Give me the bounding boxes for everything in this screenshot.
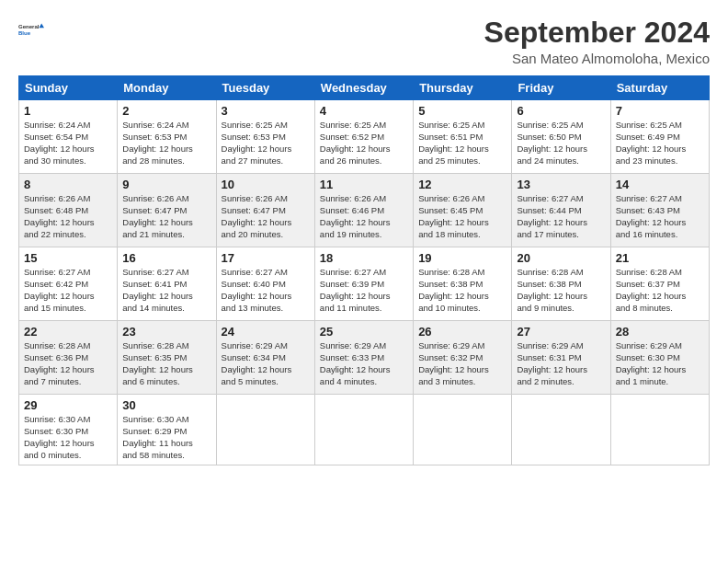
calendar-cell: 19Sunrise: 6:28 AM Sunset: 6:38 PM Dayli… — [414, 247, 512, 321]
cell-content: Sunrise: 6:29 AM Sunset: 6:34 PM Dayligh… — [222, 340, 310, 387]
logo: GeneralBlue — [18, 17, 44, 42]
day-number: 16 — [122, 251, 210, 265]
calendar-cell: 21Sunrise: 6:28 AM Sunset: 6:37 PM Dayli… — [610, 247, 709, 321]
calendar-week-2: 8Sunrise: 6:26 AM Sunset: 6:48 PM Daylig… — [19, 174, 710, 247]
calendar-cell — [610, 395, 709, 465]
day-number: 27 — [517, 325, 605, 339]
column-header-tuesday: Tuesday — [216, 76, 314, 100]
day-number: 28 — [616, 325, 704, 339]
day-number: 15 — [24, 251, 112, 265]
calendar-cell: 2Sunrise: 6:24 AM Sunset: 6:53 PM Daylig… — [118, 100, 216, 174]
calendar-cell: 7Sunrise: 6:25 AM Sunset: 6:49 PM Daylig… — [610, 100, 709, 174]
calendar-cell — [314, 395, 413, 465]
calendar-header-row: SundayMondayTuesdayWednesdayThursdayFrid… — [19, 76, 710, 100]
calendar-body: 1Sunrise: 6:24 AM Sunset: 6:54 PM Daylig… — [19, 100, 710, 465]
cell-content: Sunrise: 6:28 AM Sunset: 6:37 PM Dayligh… — [616, 267, 704, 314]
calendar-week-1: 1Sunrise: 6:24 AM Sunset: 6:54 PM Daylig… — [19, 100, 710, 174]
day-number: 25 — [320, 325, 408, 339]
calendar-cell: 12Sunrise: 6:26 AM Sunset: 6:45 PM Dayli… — [414, 174, 512, 247]
calendar-cell — [216, 395, 314, 465]
calendar-cell: 9Sunrise: 6:26 AM Sunset: 6:47 PM Daylig… — [118, 174, 216, 247]
title-block: September 2024 San Mateo Almomoloha, Mex… — [484, 17, 710, 66]
cell-content: Sunrise: 6:28 AM Sunset: 6:36 PM Dayligh… — [24, 340, 112, 387]
cell-content: Sunrise: 6:25 AM Sunset: 6:53 PM Dayligh… — [222, 120, 310, 167]
day-number: 20 — [517, 251, 605, 265]
calendar-cell — [512, 395, 610, 465]
day-number: 14 — [616, 178, 704, 191]
cell-content: Sunrise: 6:27 AM Sunset: 6:43 PM Dayligh… — [616, 193, 704, 240]
column-header-sunday: Sunday — [19, 76, 118, 100]
day-number: 6 — [517, 104, 605, 118]
calendar-week-4: 22Sunrise: 6:28 AM Sunset: 6:36 PM Dayli… — [19, 321, 710, 395]
day-number: 2 — [122, 104, 210, 118]
cell-content: Sunrise: 6:26 AM Sunset: 6:47 PM Dayligh… — [222, 193, 310, 240]
calendar-cell: 8Sunrise: 6:26 AM Sunset: 6:48 PM Daylig… — [19, 174, 118, 247]
cell-content: Sunrise: 6:26 AM Sunset: 6:47 PM Dayligh… — [122, 193, 210, 240]
calendar-table: SundayMondayTuesdayWednesdayThursdayFrid… — [18, 75, 710, 465]
calendar-cell: 26Sunrise: 6:29 AM Sunset: 6:32 PM Dayli… — [414, 321, 512, 395]
column-header-saturday: Saturday — [610, 76, 709, 100]
calendar-cell: 20Sunrise: 6:28 AM Sunset: 6:38 PM Dayli… — [512, 247, 610, 321]
cell-content: Sunrise: 6:27 AM Sunset: 6:41 PM Dayligh… — [122, 267, 210, 314]
calendar-cell: 4Sunrise: 6:25 AM Sunset: 6:52 PM Daylig… — [314, 100, 413, 174]
svg-marker-2 — [39, 23, 44, 28]
calendar-cell: 22Sunrise: 6:28 AM Sunset: 6:36 PM Dayli… — [19, 321, 118, 395]
day-number: 21 — [616, 251, 704, 265]
calendar-cell: 30Sunrise: 6:30 AM Sunset: 6:29 PM Dayli… — [118, 395, 216, 465]
cell-content: Sunrise: 6:29 AM Sunset: 6:32 PM Dayligh… — [418, 340, 506, 387]
cell-content: Sunrise: 6:28 AM Sunset: 6:38 PM Dayligh… — [418, 267, 506, 314]
cell-content: Sunrise: 6:27 AM Sunset: 6:44 PM Dayligh… — [517, 193, 605, 240]
subtitle: San Mateo Almomoloha, Mexico — [484, 51, 710, 66]
calendar-cell: 14Sunrise: 6:27 AM Sunset: 6:43 PM Dayli… — [610, 174, 709, 247]
calendar-cell: 25Sunrise: 6:29 AM Sunset: 6:33 PM Dayli… — [314, 321, 413, 395]
cell-content: Sunrise: 6:25 AM Sunset: 6:51 PM Dayligh… — [418, 120, 506, 167]
cell-content: Sunrise: 6:26 AM Sunset: 6:46 PM Dayligh… — [320, 193, 408, 240]
calendar-cell — [414, 395, 512, 465]
day-number: 17 — [222, 251, 310, 265]
calendar-week-5: 29Sunrise: 6:30 AM Sunset: 6:30 PM Dayli… — [19, 395, 710, 465]
cell-content: Sunrise: 6:30 AM Sunset: 6:29 PM Dayligh… — [122, 414, 210, 461]
day-number: 30 — [122, 398, 210, 412]
day-number: 7 — [616, 104, 704, 118]
calendar-cell: 17Sunrise: 6:27 AM Sunset: 6:40 PM Dayli… — [216, 247, 314, 321]
day-number: 5 — [418, 104, 506, 118]
day-number: 12 — [418, 178, 506, 191]
cell-content: Sunrise: 6:29 AM Sunset: 6:33 PM Dayligh… — [320, 340, 408, 387]
cell-content: Sunrise: 6:27 AM Sunset: 6:39 PM Dayligh… — [320, 267, 408, 314]
day-number: 9 — [122, 178, 210, 191]
cell-content: Sunrise: 6:25 AM Sunset: 6:49 PM Dayligh… — [616, 120, 704, 167]
calendar-cell: 28Sunrise: 6:29 AM Sunset: 6:30 PM Dayli… — [610, 321, 709, 395]
calendar-cell: 15Sunrise: 6:27 AM Sunset: 6:42 PM Dayli… — [19, 247, 118, 321]
day-number: 18 — [320, 251, 408, 265]
day-number: 22 — [24, 325, 112, 339]
column-header-friday: Friday — [512, 76, 610, 100]
calendar-cell: 5Sunrise: 6:25 AM Sunset: 6:51 PM Daylig… — [414, 100, 512, 174]
page: GeneralBlue September 2024 San Mateo Alm… — [0, 0, 728, 475]
column-header-wednesday: Wednesday — [314, 76, 413, 100]
column-header-thursday: Thursday — [414, 76, 512, 100]
svg-text:Blue: Blue — [18, 30, 31, 36]
day-number: 8 — [24, 178, 112, 191]
cell-content: Sunrise: 6:28 AM Sunset: 6:38 PM Dayligh… — [517, 267, 605, 314]
cell-content: Sunrise: 6:27 AM Sunset: 6:40 PM Dayligh… — [222, 267, 310, 314]
month-title: September 2024 — [484, 17, 710, 49]
cell-content: Sunrise: 6:28 AM Sunset: 6:35 PM Dayligh… — [122, 340, 210, 387]
day-number: 13 — [517, 178, 605, 191]
calendar-cell: 1Sunrise: 6:24 AM Sunset: 6:54 PM Daylig… — [19, 100, 118, 174]
calendar-cell: 6Sunrise: 6:25 AM Sunset: 6:50 PM Daylig… — [512, 100, 610, 174]
calendar-cell: 18Sunrise: 6:27 AM Sunset: 6:39 PM Dayli… — [314, 247, 413, 321]
svg-text:General: General — [18, 24, 40, 29]
day-number: 29 — [24, 398, 112, 412]
logo-icon: GeneralBlue — [18, 17, 44, 42]
day-number: 3 — [222, 104, 310, 118]
day-number: 1 — [24, 104, 112, 118]
calendar-cell: 3Sunrise: 6:25 AM Sunset: 6:53 PM Daylig… — [216, 100, 314, 174]
cell-content: Sunrise: 6:25 AM Sunset: 6:52 PM Dayligh… — [320, 120, 408, 167]
day-number: 10 — [222, 178, 310, 191]
calendar-cell: 29Sunrise: 6:30 AM Sunset: 6:30 PM Dayli… — [19, 395, 118, 465]
cell-content: Sunrise: 6:24 AM Sunset: 6:54 PM Dayligh… — [24, 120, 112, 167]
cell-content: Sunrise: 6:29 AM Sunset: 6:31 PM Dayligh… — [517, 340, 605, 387]
calendar-cell: 24Sunrise: 6:29 AM Sunset: 6:34 PM Dayli… — [216, 321, 314, 395]
calendar-cell: 27Sunrise: 6:29 AM Sunset: 6:31 PM Dayli… — [512, 321, 610, 395]
cell-content: Sunrise: 6:26 AM Sunset: 6:48 PM Dayligh… — [24, 193, 112, 240]
